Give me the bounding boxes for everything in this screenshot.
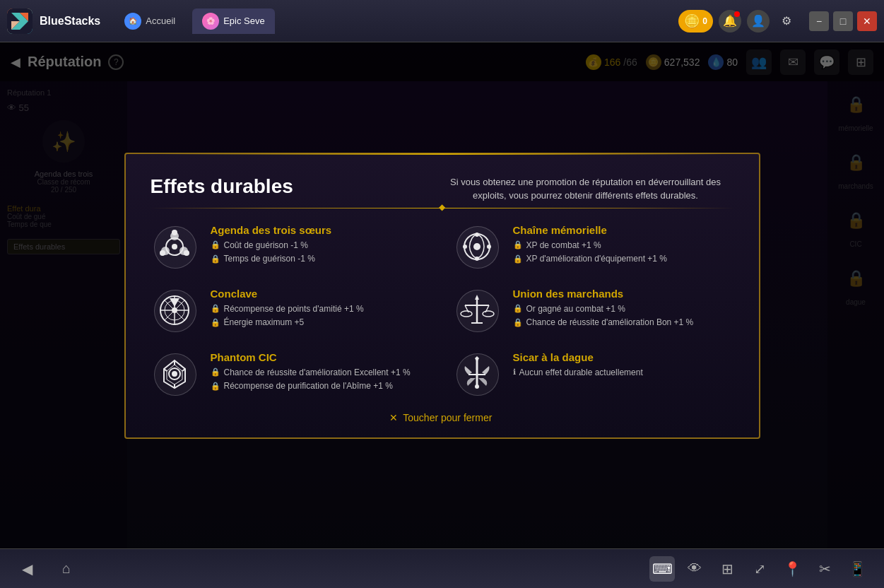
svg-marker-42: [475, 356, 479, 362]
lock-icon: 🔒: [211, 303, 220, 314]
topbar-right-controls: 🪙 0 🔔 👤 ⚙ − □ ✕: [678, 10, 877, 33]
effect-union-stat-1: 🔒 Or gagné au combat +1 %: [513, 303, 734, 315]
bluestacks-logo: [7, 8, 33, 34]
effect-union-name: Union des marchands: [513, 288, 734, 300]
lock-icon: 🔒: [513, 254, 523, 264]
effect-agenda-stat-2: 🔒 Temps de guérison -1 %: [211, 253, 432, 265]
bottom-right-controls: ⌨ 👁 ⊞ ⤢ 📍 ✂ 📱: [649, 556, 870, 582]
tab-epic-label: Epic Seve: [223, 16, 265, 26]
info-icon: ℹ: [513, 367, 516, 377]
keyboard-button[interactable]: ⌨: [649, 556, 675, 582]
lock-icon: 🔒: [513, 303, 523, 314]
effect-phantom-name: Phantom CIC: [211, 351, 432, 363]
bluestacks-brand: BlueStacks: [40, 15, 100, 28]
effect-conclave: Conclave 🔒 Récompense de points d'amitié…: [151, 286, 432, 336]
bluestacks-bottombar: ◀ ⌂ ⌨ 👁 ⊞ ⤢ 📍 ✂ 📱: [0, 548, 884, 588]
close-modal-label: Toucher pour fermer: [403, 412, 492, 423]
profile-button[interactable]: 👤: [747, 10, 770, 33]
lock-icon: 🔒: [211, 254, 220, 264]
points-display: 🪙 0: [678, 10, 713, 33]
svg-point-29: [461, 311, 472, 317]
effect-sicar: Sicar à la dague ℹ Aucun effet durable a…: [453, 350, 734, 399]
effect-conclave-icon: [154, 290, 196, 332]
effect-phantom-stat-2: 🔒 Récompense de purification de l'Abîme …: [211, 380, 432, 392]
effect-phantom-icon: [154, 353, 196, 396]
tab-accueil[interactable]: 🏠 Accueil: [114, 8, 185, 34]
effect-conclave-details: Conclave 🔒 Récompense de points d'amitié…: [211, 286, 432, 331]
close-button[interactable]: ✕: [857, 11, 877, 31]
svg-marker-32: [475, 295, 479, 300]
location-button[interactable]: 📍: [779, 556, 805, 582]
effect-phantom: Phantom CIC 🔒 Chance de réussite d'améli…: [151, 350, 432, 399]
effect-sicar-name: Sicar à la dague: [513, 351, 734, 363]
svg-point-24: [172, 307, 177, 313]
screenshot-button[interactable]: ✂: [812, 556, 837, 582]
effect-phantom-details: Phantom CIC 🔒 Chance de réussite d'améli…: [211, 350, 432, 395]
svg-point-16: [487, 245, 491, 249]
effect-union-icon: [456, 290, 499, 332]
minimize-button[interactable]: −: [809, 11, 829, 31]
svg-point-11: [184, 250, 189, 256]
effect-phantom-icon-wrap: [151, 350, 200, 399]
multiwindow-button[interactable]: ⊞: [714, 556, 740, 582]
effect-sicar-details: Sicar à la dague ℹ Aucun effet durable a…: [513, 350, 734, 381]
effect-agenda: Agenda des trois sœurs 🔒 Coût de guériso…: [151, 223, 432, 272]
notification-badge: [734, 11, 740, 17]
effect-chaine-icon: [456, 226, 499, 269]
fullscreen-button[interactable]: ⤢: [747, 556, 772, 582]
effect-chaine-stat-2: 🔒 XP d'amélioration d'équipement +1 %: [513, 253, 734, 265]
lock-icon: 🔒: [513, 317, 523, 328]
modal-overlay[interactable]: Effets durables Si vous obtenez une prom…: [0, 42, 884, 548]
settings-button[interactable]: ⚙: [775, 10, 798, 33]
bottom-left-controls: ◀ ⌂: [14, 556, 79, 582]
effect-union: Union des marchands 🔒 Or gagné au combat…: [453, 286, 734, 336]
effect-union-icon-wrap: [453, 286, 502, 336]
rotate-button[interactable]: 📱: [844, 556, 870, 582]
effect-chaine-name: Chaîne mémorielle: [513, 224, 734, 236]
effect-phantom-stat-1: 🔒 Chance de réussite d'amélioration Exce…: [211, 367, 432, 379]
effect-sicar-icon: [456, 353, 499, 396]
effect-conclave-icon-wrap: [151, 286, 200, 336]
game-tab-icon: 🌸: [202, 13, 219, 30]
effect-conclave-stat-1: 🔒 Récompense de points d'amitié +1 %: [211, 303, 432, 315]
effect-agenda-icon: [154, 226, 196, 269]
effect-chaine-details: Chaîne mémorielle 🔒 XP de combat +1 % 🔒 …: [513, 223, 734, 268]
lock-icon: 🔒: [513, 240, 523, 250]
effect-union-stat-2: 🔒 Chance de réussite d'amélioration Bon …: [513, 317, 734, 329]
svg-point-15: [463, 245, 467, 249]
android-home-button[interactable]: ⌂: [54, 556, 79, 582]
game-area: ◀ Réputation ? 💰 166/66 🪙 627,532 💧 80 👥…: [0, 42, 884, 548]
close-modal-icon: ✕: [389, 412, 398, 423]
lock-icon: 🔒: [211, 240, 220, 250]
notification-button[interactable]: 🔔: [719, 10, 741, 33]
eye-button[interactable]: 👁: [682, 556, 707, 582]
effect-sicar-stat-1: ℹ Aucun effet durable actuellement: [513, 367, 734, 379]
effect-chaine-stat-1: 🔒 XP de combat +1 %: [513, 240, 734, 252]
effect-union-details: Union des marchands 🔒 Or gagné au combat…: [513, 286, 734, 331]
svg-point-44: [475, 384, 479, 389]
bluestacks-topbar: BlueStacks 🏠 Accueil 🌸 Epic Seve 🪙 0 🔔 👤…: [0, 0, 884, 42]
effect-sicar-icon-wrap: [453, 350, 502, 399]
svg-point-9: [172, 230, 177, 235]
close-modal-button[interactable]: ✕ Toucher pour fermer: [151, 412, 734, 423]
effect-chaine: Chaîne mémorielle 🔒 XP de combat +1 % 🔒 …: [453, 223, 734, 272]
points-value: 0: [702, 16, 707, 26]
svg-point-17: [473, 243, 481, 250]
home-tab-icon: 🏠: [124, 13, 141, 30]
lock-icon: 🔒: [211, 381, 220, 392]
tab-epic-seven[interactable]: 🌸 Epic Seve: [192, 8, 275, 34]
effect-chaine-icon-wrap: [453, 223, 502, 272]
svg-point-30: [483, 311, 494, 317]
android-back-button[interactable]: ◀: [14, 556, 40, 582]
svg-point-8: [172, 244, 177, 249]
effects-grid: Agenda des trois sœurs 🔒 Coût de guériso…: [151, 223, 734, 399]
maximize-button[interactable]: □: [833, 11, 853, 31]
effect-agenda-name: Agenda des trois sœurs: [211, 224, 432, 236]
window-controls: − □ ✕: [809, 11, 877, 31]
tab-accueil-label: Accueil: [146, 16, 175, 26]
effect-agenda-details: Agenda des trois sœurs 🔒 Coût de guériso…: [211, 223, 432, 268]
effect-agenda-stat-1: 🔒 Coût de guérison -1 %: [211, 240, 432, 252]
modal-description: Si vous obtenez une promotion de réputat…: [437, 175, 734, 203]
svg-point-10: [160, 250, 165, 256]
effect-agenda-icon-wrap: [151, 223, 200, 272]
